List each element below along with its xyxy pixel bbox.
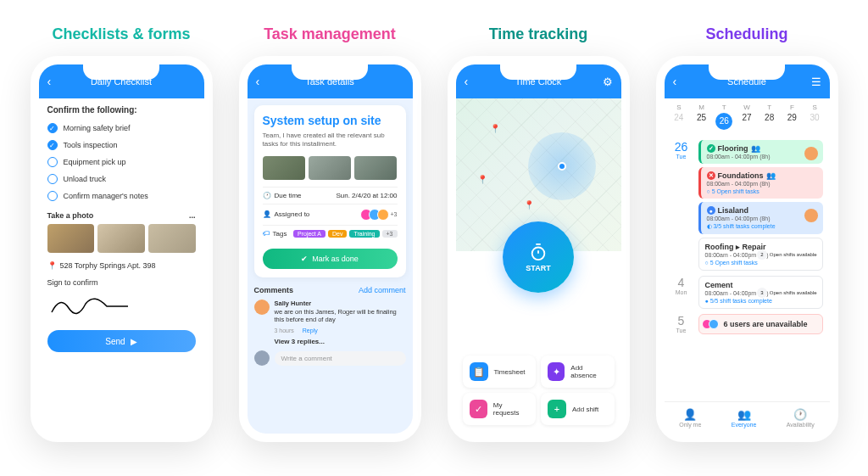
back-icon[interactable]: ‹	[256, 75, 260, 88]
weekday-cell[interactable]: W27	[737, 104, 757, 130]
weekday-cell[interactable]: S24	[669, 104, 689, 130]
back-icon[interactable]: ‹	[47, 75, 52, 88]
phone-checklists: ‹ Daily Checklist Confirm the following:…	[31, 56, 213, 442]
comments-label: Comments	[254, 286, 294, 294]
checklist-label: Confirm manager's notes	[64, 192, 148, 200]
comment-input[interactable]: Write a comment	[275, 351, 406, 366]
checklist-item[interactable]: Morning safety brief	[47, 120, 196, 137]
checkbox-icon[interactable]	[47, 140, 58, 150]
more-icon[interactable]: ...	[189, 211, 196, 220]
shift-item[interactable]: ✕ Foundations 👥08:00am - 04:00pm (8h)○ 5…	[698, 167, 823, 199]
checkbox-icon[interactable]	[47, 191, 58, 201]
weekday-cell[interactable]: T26	[714, 104, 734, 130]
assignee-avatars[interactable]: +3	[364, 209, 398, 221]
status-icon: ●	[707, 206, 715, 215]
commenter-name: Sally Hunter	[275, 300, 406, 308]
phone-time: ‹ Time Clock ⚙ 📍 📍 📍 START 📋Timesheet✦Ad…	[448, 56, 630, 442]
geofence-radius	[528, 132, 596, 200]
photo-thumb[interactable]	[97, 224, 145, 253]
pin-icon: 📍	[47, 261, 57, 270]
checklist-item[interactable]: Unload truck	[47, 171, 196, 188]
shift-time: 08:00am - 04:00pm (8h)	[707, 154, 817, 160]
checklist-item[interactable]: Equipment pick up	[47, 154, 196, 171]
card-label: My requests	[493, 401, 529, 417]
gear-icon[interactable]: ⚙	[603, 76, 613, 88]
list-icon[interactable]: ☰	[811, 76, 821, 88]
photo-thumb[interactable]	[148, 224, 196, 253]
weekday-cell[interactable]: T28	[760, 104, 780, 130]
photo-row	[47, 224, 196, 253]
shift-item[interactable]: Roofing ▸ Repair08:00am - 04:00pm (8h)○ …	[698, 238, 823, 271]
comment-text: we are on this James, Roger will be fina…	[275, 308, 406, 325]
shift-subtext: ○ 5 Open shift tasks	[705, 260, 816, 266]
action-card[interactable]: 📋Timesheet	[463, 356, 537, 388]
day-label: 4Mon	[671, 276, 692, 309]
mark-done-button[interactable]: ✔Mark as done	[263, 249, 398, 269]
card-label: Add absence	[570, 364, 607, 379]
map-pin-icon: 📍	[490, 124, 500, 133]
map-pin-icon: 📍	[524, 200, 534, 210]
card-label: Add shift	[572, 406, 598, 413]
shift-item[interactable]: 6 users are unavailable	[698, 314, 823, 334]
tab-label: Everyone	[732, 422, 757, 428]
shift-item[interactable]: ● Lisaland08:00am - 04:00pm (8h)◐ 3/5 sh…	[698, 202, 823, 234]
people-icon: 👥	[751, 144, 760, 153]
shift-item[interactable]: ✓ Flooring 👥08:00am - 04:00pm (8h)	[698, 140, 823, 164]
tag-chip[interactable]: Training	[349, 230, 379, 238]
due-row: 🕐Due time Sun. 2/4/20 at 12:00	[263, 187, 398, 204]
photo-thumb[interactable]	[47, 224, 95, 253]
add-comment-link[interactable]: Add comment	[359, 286, 406, 294]
back-icon[interactable]: ‹	[673, 75, 677, 88]
tab-label: Availability	[787, 422, 815, 428]
back-icon[interactable]: ‹	[465, 75, 469, 88]
tab-icon: 👤	[679, 408, 701, 421]
card-label: Timesheet	[494, 368, 526, 376]
task-image[interactable]	[354, 156, 397, 180]
address-row: 📍 528 Torphy Springs Apt. 398	[47, 261, 196, 270]
assigned-row: 👤Assigned to +3	[263, 204, 398, 225]
heading-task: Task management	[264, 25, 396, 43]
shift-subtext: ◐ 3/5 shift tasks complete	[707, 223, 817, 230]
task-image[interactable]	[263, 156, 305, 180]
checkbox-icon[interactable]	[47, 157, 58, 167]
checklist-label: Unload truck	[64, 175, 107, 183]
bottom-tab[interactable]: 👥Everyone	[732, 408, 757, 428]
send-icon: ▶	[131, 337, 137, 346]
bottom-tab[interactable]: 👤Only me	[679, 408, 701, 428]
card-icon: ✦	[548, 362, 565, 381]
open-shift-badge: 3Open shifts available	[757, 288, 817, 298]
shift-subtext: ○ 5 Open shift tasks	[707, 188, 817, 194]
checkbox-icon[interactable]	[47, 123, 58, 133]
action-card[interactable]: ✓My requests	[463, 393, 537, 425]
tab-icon: 👥	[732, 408, 757, 421]
action-card[interactable]: ✦Add absence	[541, 356, 615, 388]
card-icon: +	[548, 400, 566, 418]
checkbox-icon[interactable]	[47, 174, 58, 184]
checklist-item[interactable]: Tools inspection	[47, 137, 196, 154]
unavailable-text: 6 users are unavailable	[705, 319, 816, 329]
weekday-cell[interactable]: M25	[692, 104, 712, 130]
task-card: System setup on site Team, I have create…	[254, 105, 406, 277]
weekday-cell[interactable]: F29	[782, 104, 802, 130]
send-button[interactable]: Send▶	[47, 330, 196, 352]
view-replies-link[interactable]: View 3 replies...	[275, 338, 406, 345]
reply-link[interactable]: Reply	[303, 328, 318, 333]
shift-subtext: ● 5/5 shift tasks complete	[705, 298, 816, 304]
card-icon: ✓	[470, 400, 487, 418]
heading-schedule: Scheduling	[705, 25, 787, 43]
start-button[interactable]: START	[503, 221, 574, 293]
task-image[interactable]	[309, 156, 351, 180]
tag-chip[interactable]: Project A	[293, 230, 326, 238]
open-shift-badge: 2Open shifts available	[757, 249, 817, 260]
shift-item[interactable]: Cement08:00am - 04:00pm (8h)● 5/5 shift …	[698, 276, 823, 309]
tag-chip[interactable]: +3	[382, 230, 398, 238]
tag-chip[interactable]: Dev	[328, 230, 347, 238]
comment-item: Sally Hunter we are on this James, Roger…	[254, 300, 406, 334]
signature-area[interactable]	[47, 287, 196, 325]
weekday-cell[interactable]: S30	[804, 104, 825, 130]
bottom-tab[interactable]: 🕐Availability	[787, 408, 815, 428]
checklist-item[interactable]: Confirm manager's notes	[47, 188, 196, 204]
action-card[interactable]: +Add shift	[541, 393, 615, 425]
shift-time: 08:00am - 04:00pm (8h)	[707, 216, 817, 221]
confirm-heading: Confirm the following:	[47, 105, 196, 115]
